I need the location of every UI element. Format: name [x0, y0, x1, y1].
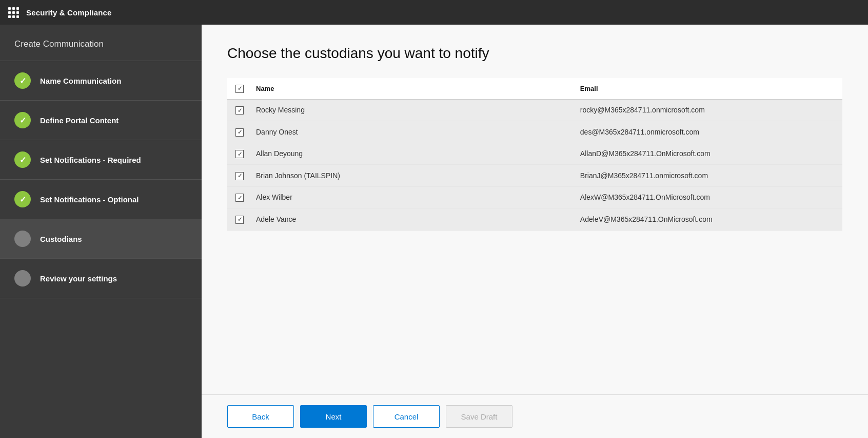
sidebar-item-define-portal-content[interactable]: ✓ Define Portal Content [0, 101, 202, 140]
sidebar-item-custodians[interactable]: Custodians [0, 219, 202, 259]
row-checkbox[interactable] [235, 172, 244, 180]
table-row[interactable]: Brian Johnson (TAILSPIN)BrianJ@M365x2847… [227, 165, 842, 187]
row-email: AdeleV@M365x284711.OnMicrosoft.com [572, 208, 842, 231]
sidebar-label-name-communication: Name Communication [40, 77, 121, 85]
row-name: Rocky Messing [248, 99, 572, 121]
header-checkbox-cell[interactable] [227, 78, 248, 99]
table-row[interactable]: Allan DeyoungAllanD@M365x284711.OnMicros… [227, 143, 842, 165]
row-checkbox-cell[interactable] [227, 121, 248, 143]
save-draft-button: Save Draft [446, 405, 512, 428]
column-header-email: Email [572, 78, 842, 99]
table-body: Rocky Messingrocky@M365x284711.onmicroso… [227, 99, 842, 230]
check-icon: ✓ [19, 76, 26, 86]
row-name: Allan Deyoung [248, 143, 572, 165]
page-title: Choose the custodians you want to notify [227, 45, 842, 62]
row-checkbox-cell[interactable] [227, 143, 248, 165]
sidebar-item-set-notifications-optional[interactable]: ✓ Set Notifications - Optional [0, 180, 202, 219]
row-name: Alex Wilber [248, 186, 572, 208]
sidebar-label-review: Review your settings [40, 274, 117, 283]
row-email: rocky@M365x284711.onmicrosoft.com [572, 99, 842, 121]
step-circle-review [14, 270, 31, 287]
app-grid-icon[interactable] [8, 7, 19, 18]
row-checkbox-cell[interactable] [227, 208, 248, 231]
content-scroll: Choose the custodians you want to notify… [202, 25, 868, 394]
table-row[interactable]: Alex WilberAlexW@M365x284711.OnMicrosoft… [227, 186, 842, 208]
table-row[interactable]: Danny Onestdes@M365x284711.onmicrosoft.c… [227, 121, 842, 143]
row-checkbox-cell[interactable] [227, 99, 248, 121]
custodian-table: Name Email Rocky Messingrocky@M365x28471… [227, 78, 842, 231]
back-button[interactable]: Back [227, 405, 294, 428]
step-circle-name-communication: ✓ [14, 72, 31, 89]
next-button[interactable]: Next [300, 405, 367, 428]
row-checkbox[interactable] [235, 106, 244, 115]
check-icon: ✓ [19, 195, 26, 204]
row-checkbox-cell[interactable] [227, 186, 248, 208]
sidebar-label-define-portal: Define Portal Content [40, 116, 119, 125]
sidebar-item-set-notifications-required[interactable]: ✓ Set Notifications - Required [0, 140, 202, 180]
row-checkbox-cell[interactable] [227, 165, 248, 187]
check-icon: ✓ [19, 155, 26, 165]
row-checkbox[interactable] [235, 194, 244, 202]
row-checkbox[interactable] [235, 216, 244, 224]
step-circle-notif-required: ✓ [14, 151, 31, 168]
row-name: Brian Johnson (TAILSPIN) [248, 165, 572, 187]
table-row[interactable]: Rocky Messingrocky@M365x284711.onmicroso… [227, 99, 842, 121]
topbar: Security & Compliance [0, 0, 868, 25]
row-email: des@M365x284711.onmicrosoft.com [572, 121, 842, 143]
column-header-name: Name [248, 78, 572, 99]
sidebar-item-review-settings[interactable]: Review your settings [0, 259, 202, 298]
row-name: Danny Onest [248, 121, 572, 143]
sidebar-label-notif-required: Set Notifications - Required [40, 156, 141, 164]
row-checkbox[interactable] [235, 128, 244, 137]
row-email: BrianJ@M365x284711.onmicrosoft.com [572, 165, 842, 187]
cancel-button[interactable]: Cancel [373, 405, 440, 428]
sidebar-label-custodians: Custodians [40, 235, 82, 243]
footer: Back Next Cancel Save Draft [202, 394, 868, 438]
select-all-checkbox[interactable] [235, 85, 244, 93]
table-header-row: Name Email [227, 78, 842, 99]
app-title: Security & Compliance [26, 8, 112, 17]
sidebar-item-name-communication[interactable]: ✓ Name Communication [0, 61, 202, 101]
step-circle-notif-optional: ✓ [14, 191, 31, 207]
sidebar-header: Create Communication [0, 25, 202, 61]
content-area: Choose the custodians you want to notify… [202, 25, 868, 438]
step-circle-custodians [14, 231, 31, 247]
row-email: AlexW@M365x284711.OnMicrosoft.com [572, 186, 842, 208]
sidebar: Create Communication ✓ Name Communicatio… [0, 25, 202, 438]
check-icon: ✓ [19, 116, 26, 125]
table-row[interactable]: Adele VanceAdeleV@M365x284711.OnMicrosof… [227, 208, 842, 231]
sidebar-label-notif-optional: Set Notifications - Optional [40, 195, 139, 204]
row-checkbox[interactable] [235, 150, 244, 158]
main-layout: Create Communication ✓ Name Communicatio… [0, 25, 868, 438]
step-circle-define-portal: ✓ [14, 112, 31, 128]
row-name: Adele Vance [248, 208, 572, 231]
row-email: AllanD@M365x284711.OnMicrosoft.com [572, 143, 842, 165]
